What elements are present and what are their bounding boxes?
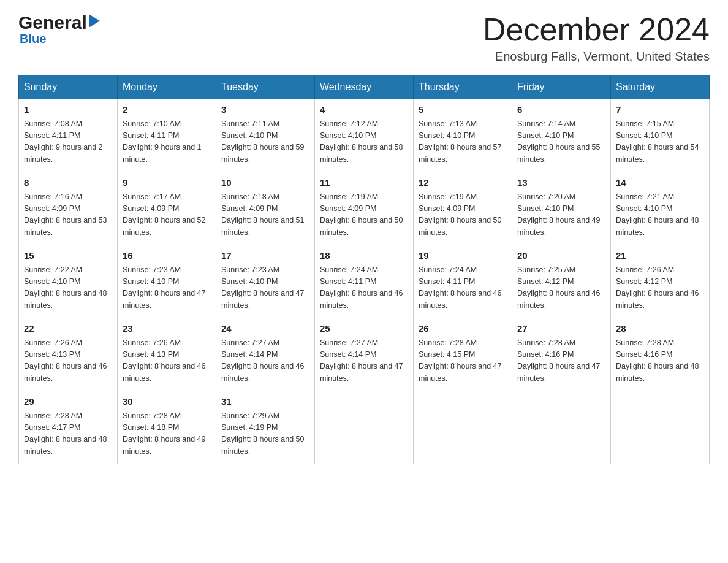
- day-number: 5: [419, 103, 507, 117]
- logo-text: General: [18, 12, 100, 33]
- calendar-day-cell: 18Sunrise: 7:24 AMSunset: 4:11 PMDayligh…: [315, 245, 414, 318]
- calendar-day-cell: 11Sunrise: 7:19 AMSunset: 4:09 PMDayligh…: [315, 172, 414, 245]
- calendar-day-cell: 28Sunrise: 7:28 AMSunset: 4:16 PMDayligh…: [611, 318, 710, 391]
- day-number: 2: [123, 103, 211, 117]
- calendar-day-cell: 1Sunrise: 7:08 AMSunset: 4:11 PMDaylight…: [19, 99, 118, 172]
- calendar-day-cell: 4Sunrise: 7:12 AMSunset: 4:10 PMDaylight…: [315, 99, 414, 172]
- calendar-day-cell: 8Sunrise: 7:16 AMSunset: 4:09 PMDaylight…: [19, 172, 118, 245]
- day-info: Sunrise: 7:11 AMSunset: 4:10 PMDaylight:…: [221, 118, 309, 166]
- calendar-day-cell: [611, 391, 710, 464]
- day-number: 21: [616, 249, 704, 263]
- day-number: 18: [320, 249, 408, 263]
- day-info: Sunrise: 7:21 AMSunset: 4:10 PMDaylight:…: [616, 191, 704, 239]
- day-info: Sunrise: 7:26 AMSunset: 4:12 PMDaylight:…: [616, 264, 704, 312]
- day-info: Sunrise: 7:29 AMSunset: 4:19 PMDaylight:…: [221, 410, 309, 458]
- calendar-day-cell: 3Sunrise: 7:11 AMSunset: 4:10 PMDaylight…: [216, 99, 315, 172]
- calendar-day-cell: 14Sunrise: 7:21 AMSunset: 4:10 PMDayligh…: [611, 172, 710, 245]
- calendar-day-cell: 17Sunrise: 7:23 AMSunset: 4:10 PMDayligh…: [216, 245, 315, 318]
- day-info: Sunrise: 7:27 AMSunset: 4:14 PMDaylight:…: [320, 337, 408, 385]
- calendar-day-cell: 31Sunrise: 7:29 AMSunset: 4:19 PMDayligh…: [216, 391, 315, 464]
- calendar-day-cell: 27Sunrise: 7:28 AMSunset: 4:16 PMDayligh…: [512, 318, 611, 391]
- day-number: 15: [24, 249, 112, 263]
- title-area: December 2024 Enosburg Falls, Vermont, U…: [483, 12, 710, 64]
- logo-blue-label: Blue: [20, 32, 46, 46]
- calendar-week-row: 8Sunrise: 7:16 AMSunset: 4:09 PMDaylight…: [19, 172, 710, 245]
- day-info: Sunrise: 7:28 AMSunset: 4:17 PMDaylight:…: [24, 410, 112, 458]
- day-info: Sunrise: 7:12 AMSunset: 4:10 PMDaylight:…: [320, 118, 408, 166]
- day-info: Sunrise: 7:25 AMSunset: 4:12 PMDaylight:…: [517, 264, 605, 312]
- calendar-day-cell: 25Sunrise: 7:27 AMSunset: 4:14 PMDayligh…: [315, 318, 414, 391]
- logo-area: General Blue: [18, 12, 100, 46]
- day-info: Sunrise: 7:19 AMSunset: 4:09 PMDaylight:…: [320, 191, 408, 239]
- day-number: 9: [123, 176, 211, 190]
- calendar-day-cell: 9Sunrise: 7:17 AMSunset: 4:09 PMDaylight…: [118, 172, 216, 245]
- day-info: Sunrise: 7:27 AMSunset: 4:14 PMDaylight:…: [221, 337, 309, 385]
- day-number: 26: [419, 322, 507, 336]
- calendar-day-cell: 20Sunrise: 7:25 AMSunset: 4:12 PMDayligh…: [512, 245, 611, 318]
- calendar-week-row: 1Sunrise: 7:08 AMSunset: 4:11 PMDaylight…: [19, 99, 710, 172]
- calendar-day-cell: 16Sunrise: 7:23 AMSunset: 4:10 PMDayligh…: [118, 245, 216, 318]
- day-info: Sunrise: 7:13 AMSunset: 4:10 PMDaylight:…: [419, 118, 507, 166]
- day-number: 27: [517, 322, 605, 336]
- day-info: Sunrise: 7:20 AMSunset: 4:10 PMDaylight:…: [517, 191, 605, 239]
- day-info: Sunrise: 7:18 AMSunset: 4:09 PMDaylight:…: [221, 191, 309, 239]
- calendar-day-cell: [512, 391, 611, 464]
- calendar-body: 1Sunrise: 7:08 AMSunset: 4:11 PMDaylight…: [19, 99, 710, 464]
- calendar-day-cell: 10Sunrise: 7:18 AMSunset: 4:09 PMDayligh…: [216, 172, 315, 245]
- day-info: Sunrise: 7:26 AMSunset: 4:13 PMDaylight:…: [24, 337, 112, 385]
- calendar-week-row: 22Sunrise: 7:26 AMSunset: 4:13 PMDayligh…: [19, 318, 710, 391]
- calendar-day-cell: 19Sunrise: 7:24 AMSunset: 4:11 PMDayligh…: [414, 245, 512, 318]
- calendar-day-cell: 15Sunrise: 7:22 AMSunset: 4:10 PMDayligh…: [19, 245, 118, 318]
- day-info: Sunrise: 7:24 AMSunset: 4:11 PMDaylight:…: [320, 264, 408, 312]
- calendar-day-header: Tuesday: [216, 75, 315, 99]
- calendar-day-header: Monday: [118, 75, 216, 99]
- day-info: Sunrise: 7:15 AMSunset: 4:10 PMDaylight:…: [616, 118, 704, 166]
- calendar-day-cell: 29Sunrise: 7:28 AMSunset: 4:17 PMDayligh…: [19, 391, 118, 464]
- logo-general: General: [18, 12, 87, 33]
- calendar-day-cell: 7Sunrise: 7:15 AMSunset: 4:10 PMDaylight…: [611, 99, 710, 172]
- day-info: Sunrise: 7:28 AMSunset: 4:18 PMDaylight:…: [123, 410, 211, 458]
- day-info: Sunrise: 7:23 AMSunset: 4:10 PMDaylight:…: [221, 264, 309, 312]
- day-info: Sunrise: 7:28 AMSunset: 4:15 PMDaylight:…: [419, 337, 507, 385]
- day-info: Sunrise: 7:28 AMSunset: 4:16 PMDaylight:…: [517, 337, 605, 385]
- day-number: 14: [616, 176, 704, 190]
- day-number: 13: [517, 176, 605, 190]
- day-info: Sunrise: 7:10 AMSunset: 4:11 PMDaylight:…: [123, 118, 211, 166]
- calendar-day-header: Wednesday: [315, 75, 414, 99]
- day-number: 30: [123, 395, 211, 409]
- calendar-day-cell: 2Sunrise: 7:10 AMSunset: 4:11 PMDaylight…: [118, 99, 216, 172]
- day-number: 23: [123, 322, 211, 336]
- day-info: Sunrise: 7:14 AMSunset: 4:10 PMDaylight:…: [517, 118, 605, 166]
- day-number: 12: [419, 176, 507, 190]
- day-number: 20: [517, 249, 605, 263]
- calendar-day-header: Sunday: [19, 75, 118, 99]
- day-number: 3: [221, 103, 309, 117]
- svg-marker-0: [89, 14, 100, 28]
- calendar-day-cell: 21Sunrise: 7:26 AMSunset: 4:12 PMDayligh…: [611, 245, 710, 318]
- day-number: 25: [320, 322, 408, 336]
- calendar-day-header: Thursday: [414, 75, 512, 99]
- day-number: 31: [221, 395, 309, 409]
- day-number: 8: [24, 176, 112, 190]
- calendar-day-cell: [315, 391, 414, 464]
- calendar-day-cell: 6Sunrise: 7:14 AMSunset: 4:10 PMDaylight…: [512, 99, 611, 172]
- calendar-day-cell: 5Sunrise: 7:13 AMSunset: 4:10 PMDaylight…: [414, 99, 512, 172]
- day-number: 22: [24, 322, 112, 336]
- month-year-title: December 2024: [483, 12, 710, 47]
- calendar-week-row: 29Sunrise: 7:28 AMSunset: 4:17 PMDayligh…: [19, 391, 710, 464]
- calendar-day-cell: [414, 391, 512, 464]
- calendar-day-cell: 13Sunrise: 7:20 AMSunset: 4:10 PMDayligh…: [512, 172, 611, 245]
- page-header: General Blue December 2024 Enosburg Fall…: [18, 12, 710, 64]
- day-info: Sunrise: 7:22 AMSunset: 4:10 PMDaylight:…: [24, 264, 112, 312]
- calendar-day-cell: 24Sunrise: 7:27 AMSunset: 4:14 PMDayligh…: [216, 318, 315, 391]
- calendar-table: SundayMondayTuesdayWednesdayThursdayFrid…: [18, 75, 710, 464]
- day-info: Sunrise: 7:17 AMSunset: 4:09 PMDaylight:…: [123, 191, 211, 239]
- day-number: 7: [616, 103, 704, 117]
- day-number: 24: [221, 322, 309, 336]
- day-info: Sunrise: 7:26 AMSunset: 4:13 PMDaylight:…: [123, 337, 211, 385]
- day-number: 11: [320, 176, 408, 190]
- calendar-day-cell: 26Sunrise: 7:28 AMSunset: 4:15 PMDayligh…: [414, 318, 512, 391]
- day-number: 10: [221, 176, 309, 190]
- day-number: 16: [123, 249, 211, 263]
- day-number: 19: [419, 249, 507, 263]
